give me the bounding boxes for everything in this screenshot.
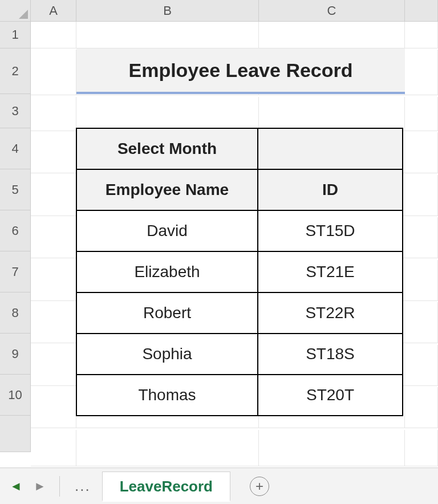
cell-employee-id[interactable]: ST21E — [257, 251, 403, 293]
table-row: Thomas ST20T — [76, 375, 405, 416]
cell-employee-id[interactable]: ST18S — [257, 333, 403, 375]
row-header-column: 1 2 3 4 5 6 7 8 9 10 — [0, 22, 31, 468]
column-header-A[interactable]: A — [31, 0, 76, 22]
employee-table: Select Month Employee Name ID David ST15… — [76, 128, 405, 416]
cell-employee-name[interactable]: Robert — [76, 292, 258, 334]
cell-employee-name[interactable]: Sophia — [76, 333, 258, 375]
row-header-3[interactable]: 3 — [0, 94, 31, 128]
cell-employee-name[interactable]: Thomas — [76, 374, 258, 416]
column-header-overflow — [405, 0, 438, 22]
cell-employee-id[interactable]: ST20T — [257, 374, 403, 416]
cell-employee-id[interactable]: ST15D — [257, 210, 403, 252]
column-header-B[interactable]: B — [76, 0, 259, 22]
sheet-nav-prev-icon[interactable]: ◄ — [8, 478, 24, 494]
select-month-value[interactable] — [257, 128, 403, 170]
row-header-2[interactable]: 2 — [0, 48, 31, 94]
sheet-overflow-icon[interactable]: ... — [71, 477, 94, 495]
row-header-1[interactable]: 1 — [0, 22, 31, 48]
row-header-4[interactable]: 4 — [0, 128, 31, 169]
column-header-C[interactable]: C — [259, 0, 405, 22]
row-header-7[interactable]: 7 — [0, 251, 31, 292]
row-header-8[interactable]: 8 — [0, 292, 31, 334]
tab-separator — [59, 476, 60, 497]
plus-icon: + — [256, 478, 263, 494]
row-header-overflow — [0, 416, 31, 452]
row-header-10[interactable]: 10 — [0, 375, 31, 416]
sheet-tab-leaverecord[interactable]: LeaveRecord — [102, 472, 230, 502]
row-header-6[interactable]: 6 — [0, 210, 31, 251]
col-header-employee-name[interactable]: Employee Name — [76, 169, 258, 211]
cell-employee-id[interactable]: ST22R — [257, 292, 403, 334]
cell-employee-name[interactable]: David — [76, 210, 258, 252]
sheet-nav-next-icon[interactable]: ► — [32, 478, 48, 494]
row-header-9[interactable]: 9 — [0, 334, 31, 375]
page-title[interactable]: Employee Leave Record — [76, 48, 405, 94]
cell-employee-name[interactable]: Elizabeth — [76, 251, 258, 293]
table-row: Robert ST22R — [76, 292, 405, 334]
table-row: David ST15D — [76, 210, 405, 251]
sheet-tab-bar: ◄ ► ... LeaveRecord + — [0, 468, 438, 504]
select-month-label[interactable]: Select Month — [76, 128, 258, 170]
add-sheet-button[interactable]: + — [250, 477, 269, 496]
table-row: Elizabeth ST21E — [76, 251, 405, 292]
worksheet-area: A B C 1 2 3 4 5 6 7 8 9 10 — [0, 0, 438, 468]
select-all-triangle[interactable] — [0, 0, 31, 22]
table-row: Sophia ST18S — [76, 334, 405, 375]
col-header-id[interactable]: ID — [257, 169, 403, 211]
row-header-5[interactable]: 5 — [0, 169, 31, 210]
column-header-row: A B C — [0, 0, 438, 22]
